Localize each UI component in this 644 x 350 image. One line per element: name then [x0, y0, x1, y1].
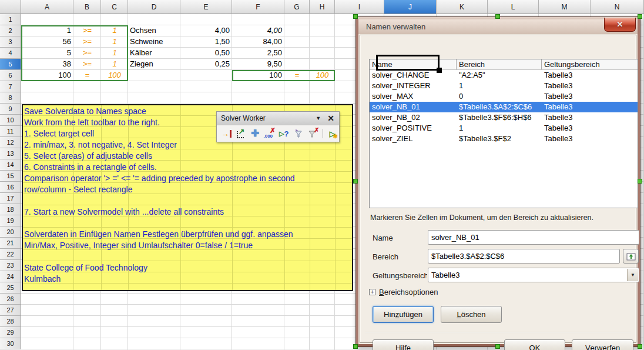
cell-H6[interactable]: 100 — [310, 70, 335, 81]
cell-B2[interactable]: >= — [73, 25, 101, 36]
selection-handle[interactable] — [638, 344, 642, 349]
row-header[interactable]: 13 — [0, 148, 21, 159]
row-header[interactable]: 20 — [0, 226, 21, 238]
cell-F4[interactable]: 2,50 — [232, 48, 284, 59]
expand-options-icon[interactable]: + — [369, 289, 375, 295]
delete-decimals-icon[interactable]: .000 ✗ — [263, 127, 277, 140]
column-header[interactable]: D — [128, 0, 180, 14]
annotation-rectangle[interactable] — [376, 55, 440, 71]
row-header[interactable]: 5 — [0, 59, 21, 70]
row-header[interactable]: 15 — [0, 171, 21, 182]
run-solver-icon[interactable]: ▷ ✱ — [326, 127, 339, 140]
row-header[interactable]: 25 — [0, 282, 21, 294]
cell-A4[interactable]: 5 — [21, 48, 73, 59]
delete-button[interactable]: Löschen — [441, 306, 502, 323]
help-button[interactable]: Hilfe — [373, 339, 434, 350]
cell-B4[interactable]: >= — [73, 48, 101, 59]
annotation-resize-handle[interactable] — [437, 68, 442, 73]
cell-E3[interactable]: 1,50 — [180, 36, 232, 48]
cell-E5[interactable]: 0,25 — [180, 59, 232, 70]
cell-C4[interactable]: 1 — [101, 48, 128, 59]
cell-C5[interactable]: 1 — [101, 59, 128, 70]
row-header[interactable]: 27 — [0, 305, 21, 316]
row-header[interactable]: 16 — [0, 182, 21, 193]
column-header[interactable]: C — [101, 0, 128, 14]
shrink-range-button[interactable] — [623, 249, 639, 264]
names-list-row[interactable]: solver_NB_02 $Tabelle3.$F$6:$H$6 Tabelle… — [370, 112, 638, 123]
column-header[interactable]: B — [73, 0, 101, 14]
column-header[interactable]: M — [539, 0, 591, 14]
row-header[interactable]: 17 — [0, 193, 21, 204]
name-input[interactable]: solver_NB_01 — [428, 230, 639, 245]
row-header[interactable]: 19 — [0, 215, 21, 226]
jump-to-target-icon[interactable]: → — [220, 127, 233, 140]
ok-button[interactable]: OK — [504, 339, 565, 350]
column-header[interactable]: L — [488, 0, 539, 14]
list-header-bereich[interactable]: Bereich — [457, 59, 542, 69]
toolbar-menu-icon[interactable]: ▼ — [316, 115, 321, 121]
row-header[interactable]: 3 — [0, 36, 21, 48]
cell-A6[interactable]: 100 — [21, 70, 73, 81]
cell-B3[interactable]: >= — [73, 36, 101, 48]
row-header[interactable]: 14 — [0, 159, 21, 171]
selection-handle[interactable] — [638, 179, 642, 184]
cell-G6[interactable]: = — [284, 70, 310, 81]
cell-F3[interactable]: 84,00 — [232, 36, 284, 48]
column-header[interactable]: A — [21, 0, 73, 14]
cell-C3[interactable]: 1 — [101, 36, 128, 48]
row-header[interactable]: 29 — [0, 327, 21, 338]
row-header[interactable]: 8 — [0, 92, 21, 104]
row-header[interactable]: 26 — [0, 294, 21, 305]
column-header[interactable]: G — [284, 0, 310, 14]
selection-handle[interactable] — [353, 344, 358, 349]
cell-F6[interactable]: 100 — [232, 70, 284, 81]
cell-C6[interactable]: 100 — [101, 70, 128, 81]
row-header[interactable]: 9 — [0, 104, 21, 115]
list-header-scope[interactable]: Geltungsbereich — [542, 59, 638, 69]
selection-handle[interactable] — [495, 344, 500, 349]
column-header[interactable]: I — [335, 0, 384, 14]
cell-B5[interactable]: >= — [73, 59, 101, 70]
row-header[interactable]: 11 — [0, 126, 21, 137]
cell-A2[interactable]: 1 — [21, 25, 73, 36]
dialog-titlebar[interactable]: Namen verwalten — [358, 19, 638, 34]
selection-handle[interactable] — [638, 14, 642, 19]
cell-C2[interactable]: 1 — [101, 25, 128, 36]
row-header[interactable]: 30 — [0, 338, 21, 349]
cell-E4[interactable]: 0,50 — [180, 48, 232, 59]
add-button[interactable]: Hinzufügen — [373, 306, 434, 323]
row-header[interactable]: 22 — [0, 249, 21, 260]
min-max-chart-icon[interactable]: ↗ — [234, 127, 248, 140]
cell-D2[interactable]: Ochsen — [128, 25, 180, 36]
chevron-down-icon[interactable]: ▼ — [627, 269, 638, 281]
row-header[interactable]: 18 — [0, 204, 21, 215]
column-header[interactable]: J — [384, 0, 437, 14]
row-header[interactable]: 7 — [0, 81, 21, 92]
cell-F2[interactable]: 4,00 — [232, 25, 284, 36]
selection-handle[interactable] — [353, 14, 358, 19]
row-header[interactable]: 23 — [0, 260, 21, 271]
cell-A5[interactable]: 38 — [21, 59, 73, 70]
column-header[interactable]: E — [180, 0, 232, 14]
run-check-icon[interactable]: ▷ ? — [277, 127, 291, 140]
names-list-row[interactable]: solver_POSITIVE 1 Tabelle3 — [370, 123, 638, 134]
row-header[interactable]: 12 — [0, 137, 21, 148]
cell-D5[interactable]: Ziegen — [128, 59, 180, 70]
selection-handle[interactable] — [495, 14, 500, 19]
names-list-row[interactable]: solver_CHANGE "A2:A5" Tabelle3 — [370, 70, 638, 81]
toolbar-close-icon[interactable]: ✕ — [327, 114, 334, 122]
column-header[interactable]: N — [591, 0, 644, 14]
cell-D4[interactable]: Kälber — [128, 48, 180, 59]
cell-B6[interactable]: = — [73, 70, 101, 81]
names-list-row[interactable]: solver_NB_01 $Tabelle3.$A$2:$C$6 Tabelle… — [370, 102, 638, 112]
row-header[interactable]: 10 — [0, 115, 21, 126]
names-list[interactable]: Name Bereich Geltungsbereich solver_CHAN… — [369, 59, 638, 208]
bereich-input[interactable]: $Tabelle3.$A$2:$C$6 — [428, 249, 620, 264]
toolbar-titlebar[interactable]: Solver Worker ▼ ✕ — [217, 112, 339, 125]
column-header[interactable]: F — [232, 0, 284, 14]
row-header[interactable]: 2 — [0, 25, 21, 36]
filter-icon[interactable] — [292, 127, 306, 140]
names-list-row[interactable]: solver_ZIEL $Tabelle3.$F$2 Tabelle3 — [370, 134, 638, 144]
cancel-button[interactable]: Verwerfen — [572, 339, 633, 350]
names-list-row[interactable]: solver_MAX 0 Tabelle3 — [370, 91, 638, 102]
